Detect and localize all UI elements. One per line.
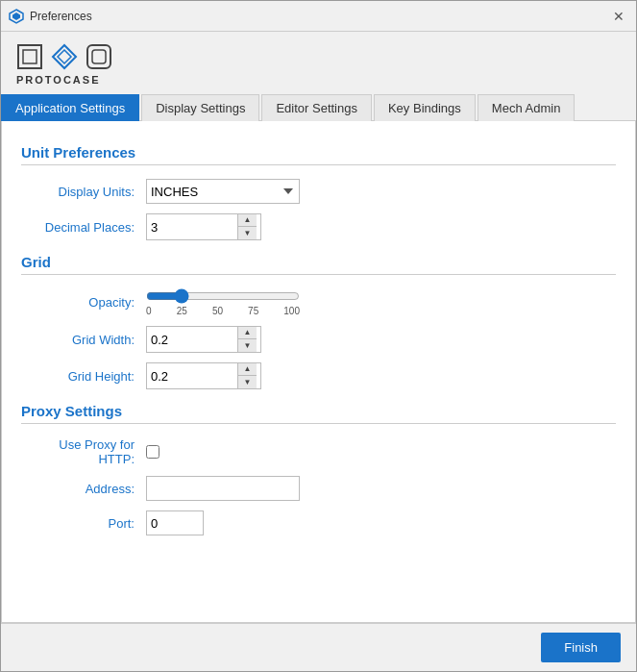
tab-key-bindings[interactable]: Key Bindings xyxy=(374,94,476,121)
svg-rect-2 xyxy=(18,45,41,68)
logo-name: PROTOCASE xyxy=(16,74,100,86)
address-input[interactable] xyxy=(146,476,300,501)
address-row: Address: xyxy=(21,476,616,501)
logo-icon-rounded xyxy=(86,43,112,70)
proxy-divider xyxy=(21,423,616,424)
slider-label-50: 50 xyxy=(212,306,223,316)
grid-height-label: Grid Height: xyxy=(21,369,146,384)
logo-icon-diamond xyxy=(51,43,78,70)
settings-content: Unit Preferences Display Units: INCHES M… xyxy=(1,121,636,623)
grid-height-spinner-buttons: ▲ ▼ xyxy=(237,363,257,388)
grid-width-spinner: ▲ ▼ xyxy=(146,326,261,353)
preferences-window: Preferences ✕ PROTOCASE Application Sett… xyxy=(0,0,637,672)
grid-height-increment[interactable]: ▲ xyxy=(238,363,257,376)
grid-width-increment[interactable]: ▲ xyxy=(238,327,257,339)
logo-icon-square xyxy=(16,43,43,70)
svg-rect-6 xyxy=(87,45,110,68)
use-proxy-checkbox[interactable] xyxy=(146,445,159,459)
port-input[interactable] xyxy=(146,510,204,535)
opacity-row: Opacity: 0 25 50 75 100 xyxy=(21,288,616,316)
grid-height-spinner: ▲ ▼ xyxy=(146,362,261,389)
grid-height-row: Grid Height: ▲ ▼ xyxy=(21,362,616,389)
grid-width-label: Grid Width: xyxy=(21,333,146,347)
grid-title: Grid xyxy=(21,254,616,270)
svg-marker-4 xyxy=(53,45,76,68)
grid-height-input[interactable] xyxy=(147,363,237,388)
decimal-places-row: Decimal Places: ▲ ▼ xyxy=(21,213,616,240)
tab-display-settings[interactable]: Display Settings xyxy=(141,94,259,121)
app-icon xyxy=(9,9,24,24)
tab-editor-settings[interactable]: Editor Settings xyxy=(261,94,372,121)
tab-application-settings[interactable]: Application Settings xyxy=(1,94,139,121)
port-label: Port: xyxy=(21,516,146,531)
proxy-title: Proxy Settings xyxy=(21,403,616,419)
opacity-label: Opacity: xyxy=(21,295,146,310)
unit-preferences-divider xyxy=(21,164,616,165)
footer: Finish xyxy=(1,623,636,671)
tab-mech-admin[interactable]: Mech Admin xyxy=(478,94,576,121)
tabs-bar: Application Settings Display Settings Ed… xyxy=(1,93,636,121)
decimal-places-spinner-buttons: ▲ ▼ xyxy=(237,214,257,239)
svg-rect-3 xyxy=(23,50,37,63)
close-button[interactable]: ✕ xyxy=(609,7,628,26)
title-bar: Preferences ✕ xyxy=(1,1,636,32)
display-units-select[interactable]: INCHES MILLIMETERS xyxy=(146,179,300,204)
svg-rect-7 xyxy=(92,50,106,63)
slider-label-25: 25 xyxy=(177,306,187,316)
logo-icons xyxy=(16,43,112,70)
grid-height-decrement[interactable]: ▼ xyxy=(238,376,257,388)
use-proxy-row: Use Proxy for HTTP: xyxy=(21,437,616,466)
use-proxy-label: Use Proxy for HTTP: xyxy=(21,437,146,466)
decimal-places-label: Decimal Places: xyxy=(21,220,146,235)
slider-label-75: 75 xyxy=(248,306,258,316)
decimal-places-input[interactable] xyxy=(147,214,237,239)
slider-label-0: 0 xyxy=(146,306,152,316)
grid-width-spinner-buttons: ▲ ▼ xyxy=(237,327,257,352)
decimal-places-increment[interactable]: ▲ xyxy=(238,214,257,227)
grid-width-row: Grid Width: ▲ ▼ xyxy=(21,326,616,353)
slider-labels: 0 25 50 75 100 xyxy=(146,306,300,316)
unit-preferences-title: Unit Preferences xyxy=(21,144,616,161)
slider-label-100: 100 xyxy=(283,306,300,316)
display-units-row: Display Units: INCHES MILLIMETERS xyxy=(21,179,616,204)
logo-area: PROTOCASE xyxy=(1,32,636,93)
display-units-label: Display Units: xyxy=(21,185,146,199)
opacity-slider-wrap: 0 25 50 75 100 xyxy=(146,288,300,316)
grid-width-input[interactable] xyxy=(147,327,237,352)
grid-width-decrement[interactable]: ▼ xyxy=(238,339,257,352)
finish-button[interactable]: Finish xyxy=(541,633,621,662)
svg-marker-1 xyxy=(12,12,20,20)
grid-divider xyxy=(21,274,616,275)
svg-marker-5 xyxy=(58,50,71,63)
opacity-slider[interactable] xyxy=(146,288,300,304)
decimal-places-spinner: ▲ ▼ xyxy=(146,213,261,240)
address-label: Address: xyxy=(21,482,146,496)
window-title: Preferences xyxy=(30,10,609,23)
port-row: Port: xyxy=(21,510,616,535)
decimal-places-decrement[interactable]: ▼ xyxy=(238,227,257,239)
